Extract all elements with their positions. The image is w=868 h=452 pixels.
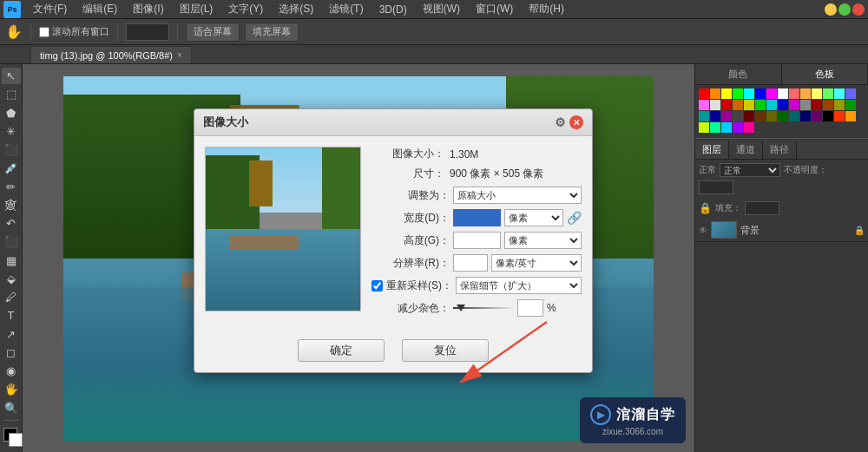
layer-item-background[interactable]: 👁 背景 🔒 xyxy=(695,219,868,242)
tab-layers[interactable]: 图层 xyxy=(695,141,729,159)
tab-color[interactable]: 颜色 xyxy=(695,64,782,84)
fill-input[interactable]: 100% xyxy=(745,201,779,215)
minimize-button[interactable] xyxy=(825,3,837,16)
swatch-23[interactable] xyxy=(800,100,811,110)
swatch-28[interactable] xyxy=(699,111,709,121)
zoom-input[interactable]: 100% xyxy=(126,23,169,41)
fg-bg-color-picker[interactable] xyxy=(2,428,21,449)
swatch-13[interactable] xyxy=(845,88,856,99)
maximize-button[interactable] xyxy=(838,3,851,16)
reset-button[interactable]: 复位 xyxy=(402,339,489,362)
swatch-17[interactable] xyxy=(733,100,743,110)
swatch-34[interactable] xyxy=(766,111,777,121)
resample-checkbox[interactable] xyxy=(372,280,383,292)
swatch-27[interactable] xyxy=(845,100,856,110)
fill-screen-button[interactable]: 填充屏幕 xyxy=(245,23,299,42)
brush-tool-button[interactable]: ✏ xyxy=(2,179,21,195)
crop-tool-button[interactable]: ⬛ xyxy=(2,141,21,158)
swatch-30[interactable] xyxy=(721,111,732,121)
magic-wand-button[interactable]: ✳ xyxy=(2,123,21,140)
swatch-21[interactable] xyxy=(778,100,788,110)
layer-visibility-icon[interactable]: 👁 xyxy=(699,226,707,235)
resolution-input[interactable]: 72 xyxy=(453,254,488,272)
swatch-32[interactable] xyxy=(744,111,754,121)
menu-help[interactable]: 帮助(H) xyxy=(522,0,571,18)
swatch-22[interactable] xyxy=(789,100,799,110)
swatch-41[interactable] xyxy=(845,111,856,121)
menu-layer[interactable]: 图层(L) xyxy=(173,0,220,18)
swatch-6[interactable] xyxy=(766,88,777,99)
swatch-18[interactable] xyxy=(744,100,754,110)
swatch-5[interactable] xyxy=(755,88,766,99)
tab-swatch[interactable]: 色板 xyxy=(782,64,869,84)
swatch-46[interactable] xyxy=(744,122,754,133)
swatch-26[interactable] xyxy=(834,100,845,110)
burn-tool-button[interactable]: ⬙ xyxy=(2,271,21,287)
swatch-12[interactable] xyxy=(834,88,845,99)
swatch-4[interactable] xyxy=(744,88,754,99)
hand-tool-button[interactable]: ✋ xyxy=(5,23,23,40)
swatch-11[interactable] xyxy=(823,88,833,99)
swatch-33[interactable] xyxy=(755,111,766,121)
noise-input[interactable]: 0 xyxy=(517,299,543,317)
width-input[interactable]: 900 xyxy=(453,209,501,226)
swatch-24[interactable] xyxy=(812,100,822,110)
close-button[interactable] xyxy=(852,3,865,16)
zoom-tool-button[interactable]: 🔍 xyxy=(2,400,21,416)
scroll-all-checkbox[interactable] xyxy=(39,27,49,37)
swatch-39[interactable] xyxy=(823,111,833,121)
swatch-35[interactable] xyxy=(778,111,788,121)
dialog-close-button[interactable]: ✕ xyxy=(569,115,583,129)
noise-slider[interactable] xyxy=(453,302,514,314)
menu-filter[interactable]: 滤镜(T) xyxy=(322,0,370,18)
swatch-8[interactable] xyxy=(789,88,799,99)
menu-file[interactable]: 文件(F) xyxy=(26,0,74,18)
history-brush-button[interactable]: ↶ xyxy=(2,215,21,232)
width-unit-select[interactable]: 像素 xyxy=(504,209,563,226)
swatch-37[interactable] xyxy=(800,111,811,121)
resolution-unit-select[interactable]: 像素/英寸 xyxy=(491,254,582,272)
swatch-40[interactable] xyxy=(834,111,845,121)
lasso-tool-button[interactable]: ⬟ xyxy=(2,105,21,121)
document-tab[interactable]: timg (13).jpg @ 100%(RGB/8#) × xyxy=(30,46,192,63)
swatch-9[interactable] xyxy=(800,88,811,99)
pen-tool-button[interactable]: 🖊 xyxy=(2,289,21,305)
height-unit-select[interactable]: 像素 xyxy=(504,232,582,249)
eraser-tool-button[interactable]: ⬛ xyxy=(2,233,21,250)
swatch-19[interactable] xyxy=(755,100,766,110)
hand-tool-button2[interactable]: 🖐 xyxy=(2,381,21,397)
marquee-tool-button[interactable]: ⬚ xyxy=(2,86,21,102)
menu-select[interactable]: 选择(S) xyxy=(272,0,320,18)
text-tool-button[interactable]: T xyxy=(2,307,21,324)
eyedropper-button[interactable]: 💉 xyxy=(2,160,21,176)
adjust-select[interactable]: 原稿大小 xyxy=(453,187,582,204)
tab-paths[interactable]: 路径 xyxy=(763,141,797,159)
swatch-1[interactable] xyxy=(710,88,720,99)
confirm-button[interactable]: 确定 xyxy=(298,339,385,362)
swatch-43[interactable] xyxy=(710,122,720,133)
swatch-44[interactable] xyxy=(721,122,732,133)
swatch-14[interactable] xyxy=(699,100,709,110)
blend-mode-select[interactable]: 正常 xyxy=(720,163,780,177)
tab-channels[interactable]: 通道 xyxy=(729,141,763,159)
swatch-10[interactable] xyxy=(812,88,822,99)
swatch-3[interactable] xyxy=(733,88,743,99)
gradient-tool-button[interactable]: ▦ xyxy=(2,252,21,269)
resample-select[interactable]: 保留细节（扩大） xyxy=(456,277,582,294)
background-color[interactable] xyxy=(9,433,23,447)
swatch-2[interactable] xyxy=(721,88,732,99)
swatch-20[interactable] xyxy=(766,100,777,110)
clone-stamp-button[interactable]: 🕸 xyxy=(2,197,21,213)
swatch-16[interactable] xyxy=(721,100,732,110)
swatch-15[interactable] xyxy=(710,100,720,110)
3d-tool-button[interactable]: ◉ xyxy=(2,363,21,379)
swatch-0[interactable] xyxy=(699,88,709,99)
menu-view[interactable]: 视图(W) xyxy=(416,0,467,18)
menu-3d[interactable]: 3D(D) xyxy=(372,2,414,17)
menu-window[interactable]: 窗口(W) xyxy=(469,0,520,18)
swatch-31[interactable] xyxy=(733,111,743,121)
path-selection-button[interactable]: ↗ xyxy=(2,326,21,343)
swatch-36[interactable] xyxy=(789,111,799,121)
menu-edit[interactable]: 编辑(E) xyxy=(76,0,124,18)
dialog-settings-button[interactable]: ⚙ xyxy=(555,115,566,129)
